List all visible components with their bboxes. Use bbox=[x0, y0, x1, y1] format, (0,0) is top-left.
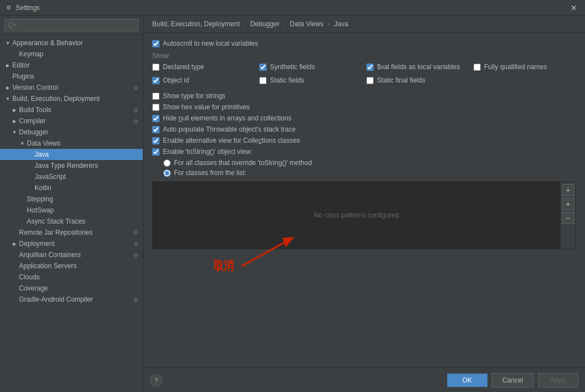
show-hex-label[interactable]: Show hex value for primitives bbox=[163, 103, 250, 111]
show-type-strings-row: Show type for strings bbox=[152, 92, 576, 100]
label-static-final-fields[interactable]: Static final fields bbox=[377, 76, 426, 84]
arrow-java-type-renderers bbox=[27, 162, 33, 169]
enable-alt-view-checkbox[interactable] bbox=[152, 137, 159, 144]
radio-classes-list-label[interactable]: For classes from the list: bbox=[174, 169, 246, 177]
sidebar-label-deployment: Deployment bbox=[19, 240, 55, 248]
sidebar-item-debugger[interactable]: Debugger bbox=[0, 127, 143, 138]
sidebar-label-clouds: Clouds bbox=[19, 273, 40, 281]
sidebar-item-application-servers[interactable]: Application Servers bbox=[0, 260, 143, 272]
checkbox-synthetic-fields[interactable] bbox=[259, 64, 267, 71]
sidebar-item-compiler[interactable]: Compiler⚙ bbox=[0, 115, 143, 127]
show-type-strings-checkbox[interactable] bbox=[152, 93, 159, 100]
radio-classes-list-row: For classes from the list: bbox=[152, 169, 576, 177]
sidebar-item-gradle-android[interactable]: Gradle-Android Compiler⚙ bbox=[0, 294, 143, 305]
label-object-id[interactable]: Object id bbox=[163, 76, 189, 84]
sidebar-label-java: Java bbox=[35, 151, 49, 158]
sidebar-label-build-execution: Build, Execution, Deployment bbox=[12, 95, 100, 103]
arrow-keymap bbox=[11, 51, 18, 57]
checkbox-static-fields[interactable] bbox=[259, 77, 267, 84]
sidebar-item-arquillian-containers[interactable]: Arquillian Containers⚙ bbox=[0, 249, 143, 260]
arrow-hotswap bbox=[19, 207, 26, 214]
auto-populate-checkbox[interactable] bbox=[152, 126, 159, 133]
sidebar-label-plugins: Plugins bbox=[12, 72, 34, 80]
sidebar-label-stepping: Stepping bbox=[27, 195, 53, 203]
sidebar-item-coverage[interactable]: Coverage bbox=[0, 283, 143, 294]
enable-tostring-row: Enable 'toString()' object view: bbox=[152, 148, 576, 156]
sidebar-item-java[interactable]: Java bbox=[0, 149, 143, 160]
sidebar-item-editor[interactable]: Editor bbox=[0, 60, 143, 71]
annotation-container: No class patterns configured + + − bbox=[152, 181, 576, 249]
arrow-debugger bbox=[11, 129, 18, 135]
sidebar-item-kotlin[interactable]: Kotlin bbox=[0, 182, 143, 193]
label-declared-type[interactable]: Declared type bbox=[163, 63, 204, 71]
sidebar-item-remote-jar-repositories[interactable]: Remote Jar Repositories⚙ bbox=[0, 227, 143, 238]
window-title: Settings bbox=[16, 4, 567, 12]
sidebar-label-javascript: JavaScript bbox=[35, 173, 66, 181]
add-pattern-button-2[interactable]: + bbox=[562, 198, 574, 210]
autoscroll-label[interactable]: Autoscroll to new local variables bbox=[163, 40, 258, 47]
arrow-version-control bbox=[4, 84, 11, 91]
sidebar-item-hotswap[interactable]: HotSwap bbox=[0, 205, 143, 216]
cancel-button[interactable]: Cancel bbox=[492, 373, 534, 388]
search-input[interactable] bbox=[4, 19, 138, 31]
ok-button[interactable]: OK bbox=[447, 374, 487, 387]
close-button[interactable]: ✕ bbox=[567, 2, 581, 13]
checkbox-declared-type[interactable] bbox=[152, 64, 159, 71]
sidebar-item-keymap[interactable]: Keymap bbox=[0, 49, 143, 60]
label-synthetic-fields[interactable]: Synthetic fields bbox=[270, 63, 315, 71]
settings-content: Autoscroll to new local variables Show D… bbox=[143, 33, 585, 367]
checkbox-val-fields[interactable] bbox=[366, 64, 374, 71]
sidebar-item-build-execution[interactable]: Build, Execution, Deployment bbox=[0, 93, 143, 104]
sidebar-item-clouds[interactable]: Clouds bbox=[0, 272, 143, 283]
radio-classes-list[interactable] bbox=[163, 170, 171, 177]
hide-null-checkbox[interactable] bbox=[152, 115, 159, 122]
autoscroll-checkbox[interactable] bbox=[152, 40, 159, 47]
sidebar-label-async-stack-traces: Async Stack Traces bbox=[27, 217, 85, 225]
arrow-build-execution bbox=[4, 95, 11, 102]
apply-button[interactable]: Apply bbox=[538, 373, 578, 388]
sidebar-item-deployment[interactable]: Deployment⚙ bbox=[0, 238, 143, 249]
enable-tostring-label[interactable]: Enable 'toString()' object view: bbox=[163, 148, 253, 156]
sidebar-item-java-type-renderers[interactable]: Java Type Renderers bbox=[0, 160, 143, 171]
gear-icon-build-tools: ⚙ bbox=[133, 107, 138, 113]
gear-icon-arquillian-containers: ⚙ bbox=[133, 252, 138, 258]
sidebar-item-version-control[interactable]: Version Control⚙ bbox=[0, 82, 143, 93]
remove-pattern-button[interactable]: − bbox=[562, 212, 574, 224]
sidebar-item-data-views[interactable]: Data Views bbox=[0, 138, 143, 149]
sidebar-label-appearance: Appearance & Behavior bbox=[12, 39, 83, 47]
sidebar-label-build-tools: Build Tools bbox=[19, 106, 51, 114]
auto-populate-label[interactable]: Auto populate Throwable object's stack t… bbox=[163, 125, 296, 133]
breadcrumb-sep-0: › bbox=[242, 20, 248, 28]
checkbox-fully-qualified[interactable] bbox=[473, 64, 481, 71]
enable-tostring-checkbox[interactable] bbox=[152, 148, 159, 156]
arrow-clouds bbox=[11, 274, 18, 280]
help-button[interactable]: ? bbox=[150, 374, 162, 386]
sidebar-item-plugins[interactable]: Plugins bbox=[0, 71, 143, 82]
no-patterns-text: No class patterns configured bbox=[314, 211, 399, 219]
arrow-gradle-android bbox=[11, 296, 18, 303]
sidebar-tree: Appearance & BehaviorKeymapEditorPlugins… bbox=[0, 35, 143, 392]
radio-all-classes-label[interactable]: For all classes that override 'toString(… bbox=[174, 159, 312, 167]
breadcrumb-part-3: Java bbox=[334, 20, 348, 28]
sidebar-item-appearance[interactable]: Appearance & Behavior bbox=[0, 37, 143, 49]
checkbox-object-id[interactable] bbox=[152, 77, 159, 84]
label-fully-qualified[interactable]: Fully qualified names bbox=[484, 63, 547, 71]
enable-alt-view-label: Enable alternative view for Collections … bbox=[163, 137, 300, 144]
arrow-remote-jar-repositories bbox=[11, 229, 18, 236]
sidebar-item-async-stack-traces[interactable]: Async Stack Traces bbox=[0, 216, 143, 227]
show-hex-checkbox[interactable] bbox=[152, 104, 159, 111]
radio-all-classes[interactable] bbox=[163, 159, 171, 167]
sidebar-item-javascript[interactable]: JavaScript bbox=[0, 171, 143, 182]
sidebar-label-remote-jar-repositories: Remote Jar Repositories bbox=[19, 229, 93, 236]
sidebar-item-stepping[interactable]: Stepping bbox=[0, 193, 143, 205]
arrow-javascript bbox=[27, 173, 33, 180]
show-type-strings-label[interactable]: Show type for strings bbox=[163, 92, 225, 100]
arrow-editor bbox=[4, 62, 11, 69]
add-pattern-button[interactable]: + bbox=[562, 184, 574, 196]
sidebar-label-debugger: Debugger bbox=[19, 128, 49, 136]
show-grid-row-declared-type: Declared type bbox=[152, 63, 255, 71]
label-static-fields[interactable]: Static fields bbox=[270, 76, 304, 84]
sidebar-item-build-tools[interactable]: Build Tools⚙ bbox=[0, 104, 143, 115]
checkbox-static-final-fields[interactable] bbox=[366, 77, 374, 84]
label-val-fields[interactable]: $val fields as local variables bbox=[377, 63, 460, 71]
